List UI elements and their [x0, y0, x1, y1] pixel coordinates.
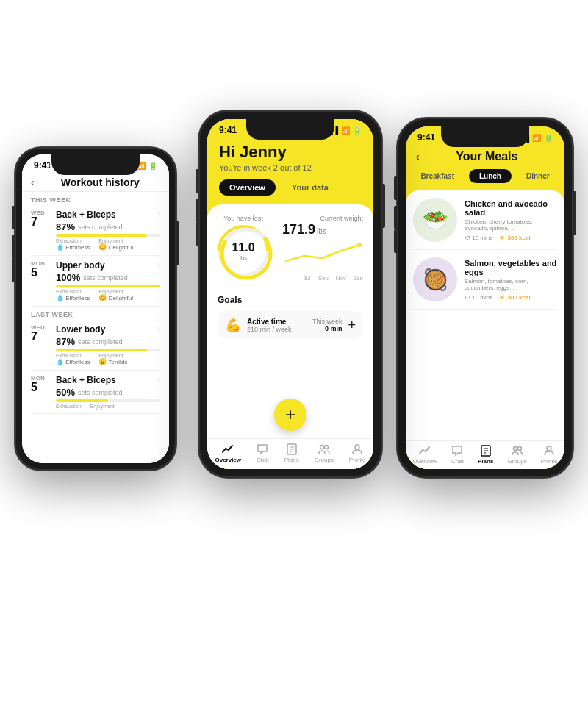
weight-chart	[282, 237, 363, 267]
greeting-text: Hi Jenny	[219, 143, 362, 162]
overview-icon-right	[419, 445, 431, 457]
workout-details: Back + Biceps › 87% sets completed	[51, 210, 160, 251]
nav-groups-right[interactable]: Groups	[507, 445, 526, 465]
phone-right: 9:41 ▐▐▐ 📶 🔋 ‹ Your Meals Breakfast	[397, 118, 573, 478]
meals-content: 🥗 Chicken and avocado salad Chicken, che…	[406, 190, 564, 440]
workout-list: THIS WEEK WED 7 Back + Biceps ›	[22, 192, 169, 414]
table-row[interactable]: WED 7 Back + Biceps › 87% sets completed	[31, 205, 160, 256]
tab-dinner[interactable]: Dinner	[516, 169, 560, 183]
svg-point-2	[357, 243, 362, 247]
scene: 9:41 ▐▐▐ 📶 🔋 ‹ Workout history THIS WEEK	[0, 0, 588, 711]
meal-info-2: Salmon, vegetables and eggs Salmon, toma…	[465, 259, 557, 301]
tab-your-data[interactable]: Your data	[282, 179, 339, 196]
notch-right	[441, 126, 529, 147]
notch-left	[51, 154, 140, 175]
bottom-nav-center: Overview Chat Plans Groups	[207, 438, 373, 469]
goal-add-button[interactable]: +	[348, 318, 356, 333]
time-left: 9:41	[34, 160, 51, 171]
dash-tabs: Overview Your data	[219, 179, 362, 196]
goal-item: 💪 Active time 210 min / week This week 0…	[218, 311, 363, 339]
svg-point-9	[355, 445, 359, 449]
table-row[interactable]: MON 5 Upper body › 100% sets completed	[31, 256, 160, 307]
weight-lost-section: You have lost 11.0 lbs	[218, 215, 269, 276]
chart-labels: Jul Sep Nov Jan	[282, 275, 363, 282]
time-center: 9:41	[219, 125, 237, 135]
nav-profile-right[interactable]: Profile	[541, 445, 558, 465]
svg-point-16	[547, 446, 551, 451]
phone-left: 9:41 ▐▐▐ 📶 🔋 ‹ Workout history THIS WEEK	[15, 147, 176, 471]
workout-history-title: Workout history	[40, 176, 160, 188]
nav-plans[interactable]: Plans	[284, 443, 299, 463]
last-week-label: LAST WEEK	[31, 307, 160, 320]
svg-point-14	[513, 447, 517, 451]
chat-icon	[257, 443, 268, 455]
meal-image-2: 🥘	[413, 257, 457, 301]
notch-center	[246, 119, 334, 140]
profile-icon-right	[543, 445, 555, 457]
svg-point-7	[320, 446, 323, 449]
svg-point-15	[517, 447, 521, 451]
dashboard-screen: 9:41 ▐▐▐ 📶 🔋 Hi Jenny You're in week 2 o…	[207, 119, 373, 469]
meals-screen: 9:41 ▐▐▐ 📶 🔋 ‹ Your Meals Breakfast	[406, 126, 564, 469]
goal-info: Active time 210 min / week	[247, 318, 312, 333]
meal-image-1: 🥗	[413, 198, 457, 242]
goal-icon: 💪	[225, 317, 241, 333]
tab-lunch[interactable]: Lunch	[469, 169, 512, 183]
meals-title: Your Meals	[420, 150, 554, 163]
phone-center: 9:41 ▐▐▐ 📶 🔋 Hi Jenny You're in week 2 o…	[198, 110, 382, 478]
nav-overview-right[interactable]: Overview	[413, 445, 437, 465]
dash-header: Hi Jenny You're in week 2 out of 12 Over…	[207, 137, 373, 204]
groups-icon	[318, 443, 330, 455]
overview-icon	[222, 443, 234, 455]
workout-header: ‹ Workout history	[22, 172, 169, 192]
progress-bar	[56, 234, 160, 237]
bottom-nav-right: Overview Chat Plans Groups	[406, 440, 564, 469]
nav-chat[interactable]: Chat	[257, 443, 269, 463]
nav-groups[interactable]: Groups	[315, 443, 334, 463]
current-weight-section: Current weight 171.9 lbs Jul	[282, 215, 363, 289]
list-item[interactable]: 🥗 Chicken and avocado salad Chicken, che…	[413, 198, 557, 250]
plans-icon-right	[480, 445, 492, 457]
workout-day: WED 7	[31, 210, 51, 228]
tab-breakfast[interactable]: Breakfast	[410, 169, 465, 183]
workout-screen: 9:41 ▐▐▐ 📶 🔋 ‹ Workout history THIS WEEK	[22, 154, 169, 463]
time-right: 9:41	[417, 132, 435, 143]
plans-icon	[286, 443, 298, 455]
meals-header: ‹ Your Meals Breakfast Lunch Dinner	[406, 144, 564, 190]
nav-overview[interactable]: Overview	[215, 443, 241, 463]
table-row[interactable]: MON 5 Back + Biceps › 50% sets completed	[31, 371, 160, 414]
nav-profile[interactable]: Profile	[349, 443, 366, 463]
weight-section: You have lost 11.0 lbs	[218, 215, 363, 289]
nav-chat-right[interactable]: Chat	[451, 445, 464, 465]
table-row[interactable]: WED 7 Lower body › 87% sets completed	[31, 320, 160, 371]
tab-overview[interactable]: Overview	[219, 179, 276, 196]
groups-icon-right	[512, 445, 523, 457]
back-button-left[interactable]: ‹	[31, 176, 35, 188]
fab-button[interactable]: +	[274, 399, 306, 431]
weight-circle: 11.0 lbs	[218, 225, 269, 276]
subtitle-text: You're in week 2 out of 12	[219, 163, 362, 172]
nav-plans-right[interactable]: Plans	[478, 445, 493, 465]
list-item[interactable]: 🥘 Salmon, vegetables and eggs Salmon, to…	[413, 257, 557, 310]
meal-tabs: Breakfast Lunch Dinner	[416, 169, 554, 183]
this-week-label: THIS WEEK	[31, 192, 160, 205]
svg-point-8	[324, 446, 328, 449]
profile-icon	[351, 443, 363, 455]
chat-icon-right	[451, 445, 463, 457]
goals-section: Goals 💪 Active time 210 min / week This …	[218, 295, 363, 339]
meal-info-1: Chicken and avocado salad Chicken, cherr…	[465, 199, 557, 241]
